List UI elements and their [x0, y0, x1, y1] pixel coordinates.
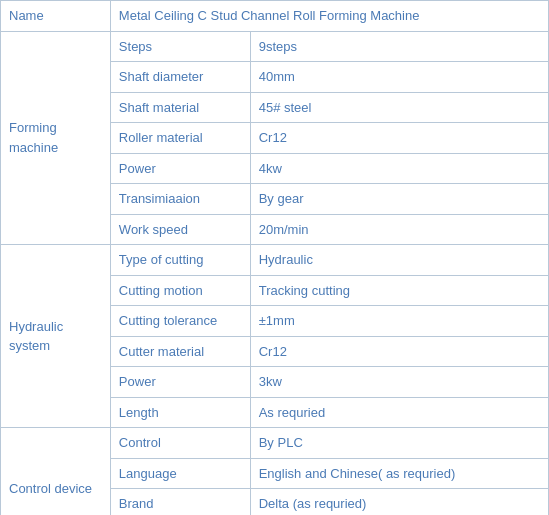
row-label: Work speed — [110, 214, 250, 245]
row-label: Cutting motion — [110, 275, 250, 306]
row-value: 20m/min — [250, 214, 548, 245]
row-value: Cr12 — [250, 336, 548, 367]
name-label: Name — [1, 1, 111, 32]
control-category: Control device — [1, 428, 111, 516]
row-label: Steps — [110, 31, 250, 62]
row-label: Power — [110, 367, 250, 398]
row-value: 9steps — [250, 31, 548, 62]
row-value: 3kw — [250, 367, 548, 398]
row-value: 40mm — [250, 62, 548, 93]
row-value: As requried — [250, 397, 548, 428]
row-label: Cutter material — [110, 336, 250, 367]
forming-machine-row-1: Forming machine Steps 9steps — [1, 31, 549, 62]
row-label: Shaft material — [110, 92, 250, 123]
row-value: Hydraulic — [250, 245, 548, 276]
row-label: Control — [110, 428, 250, 459]
hydraulic-category: Hydraulic system — [1, 245, 111, 428]
row-value: ±1mm — [250, 306, 548, 337]
row-label: Shaft diameter — [110, 62, 250, 93]
row-value: By gear — [250, 184, 548, 215]
row-value: Delta (as requried) — [250, 489, 548, 516]
row-value: Cr12 — [250, 123, 548, 154]
row-value: 4kw — [250, 153, 548, 184]
row-label: Transimiaaion — [110, 184, 250, 215]
row-label: Brand — [110, 489, 250, 516]
row-label: Power — [110, 153, 250, 184]
row-label: Roller material — [110, 123, 250, 154]
row-value: 45# steel — [250, 92, 548, 123]
row-label: Language — [110, 458, 250, 489]
forming-machine-category: Forming machine — [1, 31, 111, 245]
row-value: By PLC — [250, 428, 548, 459]
row-label: Cutting tolerance — [110, 306, 250, 337]
row-label: Type of cutting — [110, 245, 250, 276]
name-value: Metal Ceiling C Stud Channel Roll Formin… — [110, 1, 548, 32]
header-row: Name Metal Ceiling C Stud Channel Roll F… — [1, 1, 549, 32]
row-label: Length — [110, 397, 250, 428]
row-value: English and Chinese( as requried) — [250, 458, 548, 489]
hydraulic-row-1: Hydraulic system Type of cutting Hydraul… — [1, 245, 549, 276]
control-row-1: Control device Control By PLC — [1, 428, 549, 459]
row-value: Tracking cutting — [250, 275, 548, 306]
